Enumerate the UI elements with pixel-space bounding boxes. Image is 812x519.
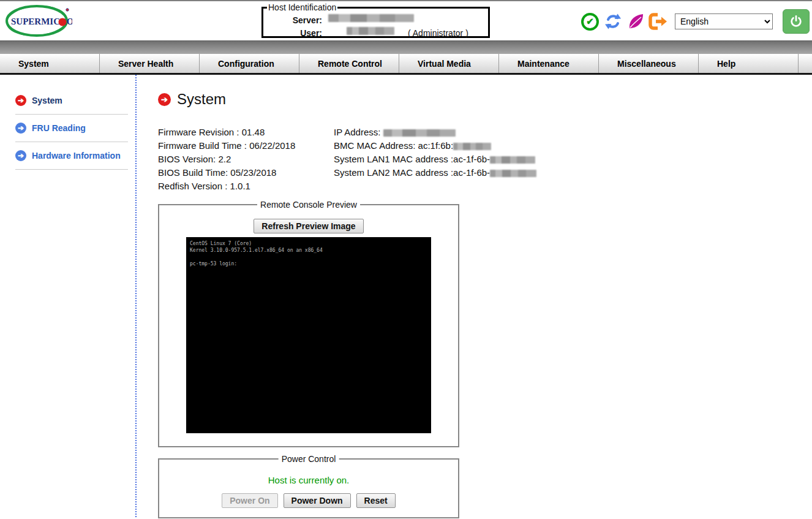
info-row: System LAN1 MAC address :ac-1f-6b-: [334, 153, 536, 166]
redacted-value: [490, 170, 536, 177]
remote-console-preview-box: Remote Console Preview Refresh Preview I…: [158, 204, 459, 447]
power-buttons-row: Power OnPower DownReset: [159, 493, 458, 508]
power-control-box: Power Control Host is currently on. Powe…: [158, 458, 459, 518]
info-row: BIOS Version: 2.2: [158, 153, 334, 166]
host-identification-legend: Host Identification: [267, 2, 337, 12]
user-role: ( Administrator ): [408, 27, 468, 39]
info-row: Redfish Version : 1.0.1: [158, 180, 334, 193]
refresh-preview-image-button[interactable]: Refresh Preview Image: [254, 219, 363, 233]
info-row: Firmware Revision : 01.48: [158, 126, 334, 139]
power-control-legend: Power Control: [279, 454, 339, 464]
reset-button[interactable]: Reset: [356, 493, 396, 508]
sidebar-item-hardware-information[interactable]: ➔Hardware Information: [15, 142, 128, 170]
redacted-value: [453, 143, 491, 150]
menu-item-maintenance[interactable]: Maintenance: [499, 54, 599, 73]
menu-item-virtual-media[interactable]: Virtual Media: [399, 54, 499, 73]
user-label: User:: [267, 27, 328, 39]
main-menu: SystemServer HealthConfigurationRemote C…: [0, 54, 812, 75]
language-select[interactable]: English: [675, 13, 773, 29]
info-row: System LAN2 MAC address :ac-1f-6b-: [334, 166, 536, 180]
console-text-line: pc-tmp-53 login:: [190, 260, 431, 267]
console-text-line: [190, 254, 431, 260]
sidebar-item-fru-reading[interactable]: ➔FRU Reading: [15, 115, 128, 142]
ipmi-page: SUPERMICRO Host Identification Server: U…: [0, 0, 812, 519]
info-row: BIOS Build Time: 05/23/2018: [158, 166, 334, 180]
host-user-row: User: ( Administrator ): [267, 27, 484, 39]
sidebar-item-label: Hardware Information: [32, 151, 121, 161]
page-title: System: [177, 91, 226, 108]
arrow-circle-icon: ➔: [15, 123, 26, 134]
redacted-value: [383, 129, 456, 137]
header-divider-band: [0, 40, 812, 54]
remote-console-preview-legend: Remote Console Preview: [257, 200, 360, 210]
firmware-info-column: Firmware Revision : 01.48Firmware Build …: [158, 126, 334, 193]
info-row: IP Address:: [334, 126, 536, 139]
header: SUPERMICRO Host Identification Server: U…: [0, 0, 812, 40]
console-text-line: Kernel 3.10.0-957.5.1.el7.x86_64 on an x…: [190, 247, 431, 254]
arrow-circle-icon: ➔: [158, 93, 171, 106]
info-row: BMC MAC Address: ac:1f:6b:: [334, 139, 536, 153]
refresh-icon[interactable]: [603, 12, 622, 31]
header-actions: ✔: [581, 9, 810, 34]
server-value-redacted: [328, 14, 414, 22]
power-on-button: Power On: [222, 493, 277, 508]
session-power-button[interactable]: [783, 9, 810, 34]
content: ➔System➔FRU Reading➔Hardware Information…: [0, 75, 812, 517]
server-label: Server:: [267, 14, 328, 26]
arrow-circle-icon: ➔: [15, 150, 26, 161]
sidebar: ➔System➔FRU Reading➔Hardware Information: [0, 75, 137, 517]
sidebar-item-system[interactable]: ➔System: [15, 87, 128, 115]
supermicro-logo: SUPERMICRO: [5, 4, 72, 38]
system-info: Firmware Revision : 01.48Firmware Build …: [158, 126, 536, 193]
logout-icon[interactable]: [648, 12, 667, 31]
power-icon: [789, 15, 803, 28]
redacted-value: [490, 156, 535, 164]
supermicro-logo-icon: SUPERMICRO: [5, 4, 72, 38]
sidebar-item-label: System: [32, 96, 62, 105]
main-panel: ➔ System Firmware Revision : 01.48Firmwa…: [137, 75, 536, 517]
info-row: Firmware Build Time : 06/22/2018: [158, 139, 334, 153]
menu-item-configuration[interactable]: Configuration: [200, 54, 299, 73]
menu-item-miscellaneous[interactable]: Miscellaneous: [599, 54, 699, 73]
menu-item-remote-control[interactable]: Remote Control: [299, 54, 399, 73]
console-text-line: CentOS Linux 7 (Core): [190, 240, 431, 247]
menu-item-help[interactable]: Help: [699, 54, 799, 73]
menu-item-server-health[interactable]: Server Health: [100, 54, 200, 73]
host-server-row: Server:: [267, 14, 484, 26]
console-preview-screen[interactable]: CentOS Linux 7 (Core)Kernel 3.10.0-957.5…: [186, 237, 431, 433]
arrow-circle-icon: ➔: [15, 95, 26, 106]
network-info-column: IP Address: BMC MAC Address: ac:1f:6b:Sy…: [334, 126, 536, 193]
sidebar-item-label: FRU Reading: [32, 123, 86, 133]
user-value-redacted: [347, 27, 394, 35]
power-status-text: Host is currently on.: [159, 475, 458, 485]
leaf-icon[interactable]: [626, 12, 645, 31]
menu-item-system[interactable]: System: [0, 54, 100, 73]
host-identification-box: Host Identification Server: User: ( Admi…: [261, 2, 490, 38]
page-title-row: ➔ System: [158, 91, 536, 108]
power-down-button[interactable]: Power Down: [284, 493, 351, 508]
status-ok-icon[interactable]: ✔: [581, 12, 600, 31]
